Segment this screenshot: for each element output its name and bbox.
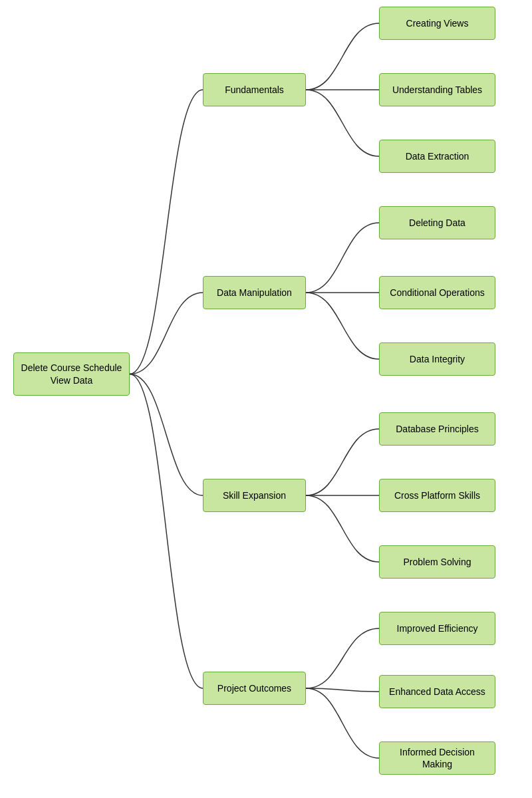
node-skill_expansion: Skill Expansion <box>203 479 306 512</box>
node-data_integrity: Data Integrity <box>379 342 495 376</box>
node-deleting_data: Deleting Data <box>379 206 495 239</box>
node-creating_views: Creating Views <box>379 7 495 40</box>
node-data_manipulation: Data Manipulation <box>203 276 306 309</box>
node-fundamentals: Fundamentals <box>203 73 306 106</box>
node-conditional_operations: Conditional Operations <box>379 276 495 309</box>
node-root: Delete Course Schedule View Data <box>13 352 130 396</box>
node-problem_solving: Problem Solving <box>379 545 495 579</box>
node-improved_efficiency: Improved Efficiency <box>379 612 495 645</box>
diagram: Delete Course Schedule View DataFundamen… <box>0 0 532 798</box>
node-database_principles: Database Principles <box>379 412 495 446</box>
node-enhanced_data_access: Enhanced Data Access <box>379 675 495 708</box>
node-cross_platform_skills: Cross Platform Skills <box>379 479 495 512</box>
node-project_outcomes: Project Outcomes <box>203 672 306 705</box>
node-informed_decision_making: Informed Decision Making <box>379 741 495 775</box>
node-data_extraction: Data Extraction <box>379 140 495 173</box>
node-understanding_tables: Understanding Tables <box>379 73 495 106</box>
